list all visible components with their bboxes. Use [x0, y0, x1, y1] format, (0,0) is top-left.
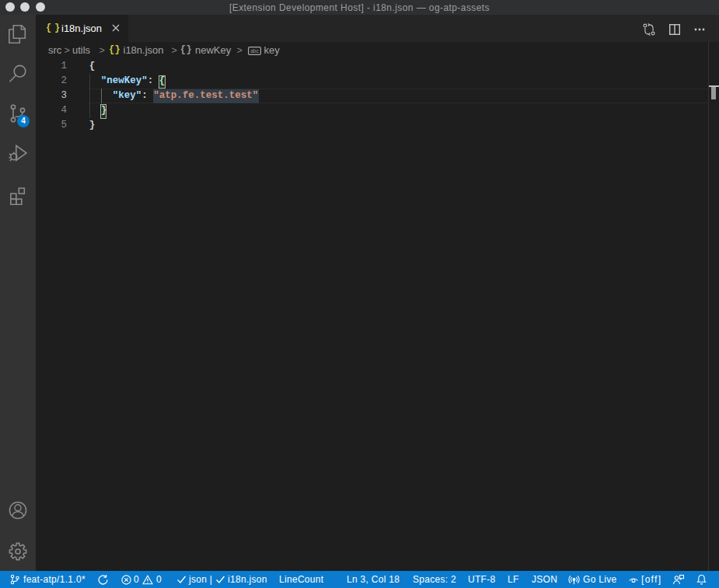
svg-text:abc: abc — [250, 48, 259, 54]
